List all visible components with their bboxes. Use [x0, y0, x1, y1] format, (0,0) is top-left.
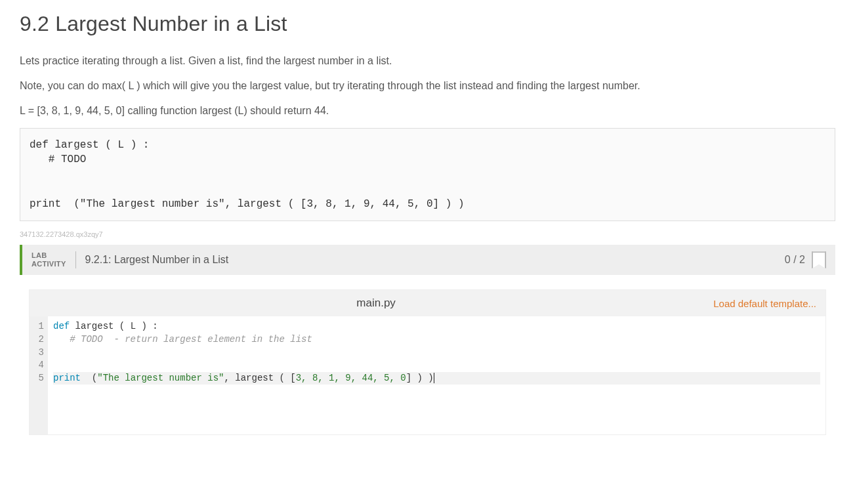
code-line: print ("The largest number is", largest … — [53, 372, 820, 385]
line-number: 5 — [35, 372, 44, 385]
lab-score: 0 / 2 — [785, 254, 805, 266]
line-number: 3 — [35, 346, 44, 360]
example-code-block: def largest ( L ) : # TODO print ("The l… — [20, 128, 835, 221]
lab-activity-label: LAB ACTIVITY — [31, 251, 76, 268]
code-line — [53, 359, 820, 372]
editor-header: main.py Load default template... — [30, 290, 825, 316]
code-line: def largest ( L ) : — [53, 320, 820, 333]
line-number: 4 — [35, 359, 44, 372]
code-line — [53, 346, 820, 360]
line-number: 2 — [35, 333, 44, 346]
bookmark-icon[interactable] — [812, 251, 826, 268]
line-number-gutter: 1 2 3 4 5 — [30, 316, 48, 434]
page-title: 9.2 Largest Number in a List — [20, 12, 835, 36]
code-editor: main.py Load default template... 1 2 3 4… — [29, 289, 826, 435]
code-line: # TODO - return largest element in the l… — [53, 333, 820, 346]
lab-panel: LAB ACTIVITY 9.2.1: Largest Number in a … — [20, 245, 835, 435]
watermark-text: 347132.2273428.qx3zqy7 — [20, 230, 835, 238]
editor-filename: main.py — [39, 297, 713, 310]
text-cursor — [434, 373, 434, 383]
editor-body[interactable]: 1 2 3 4 5 def largest ( L ) : # TODO - r… — [30, 316, 825, 434]
intro-paragraph-2: Note, you can do max( L ) which will giv… — [20, 78, 835, 94]
code-text-area[interactable]: def largest ( L ) : # TODO - return larg… — [48, 316, 825, 434]
intro-paragraph-1: Lets practice iterating through a list. … — [20, 53, 835, 69]
line-number: 1 — [35, 320, 44, 333]
load-default-template-link[interactable]: Load default template... — [713, 298, 816, 309]
intro-paragraph-3: L = [3, 8, 1, 9, 44, 5, 0] calling funct… — [20, 103, 835, 119]
lab-title: 9.2.1: Largest Number in a List — [85, 254, 785, 266]
lab-header: LAB ACTIVITY 9.2.1: Largest Number in a … — [20, 245, 835, 275]
